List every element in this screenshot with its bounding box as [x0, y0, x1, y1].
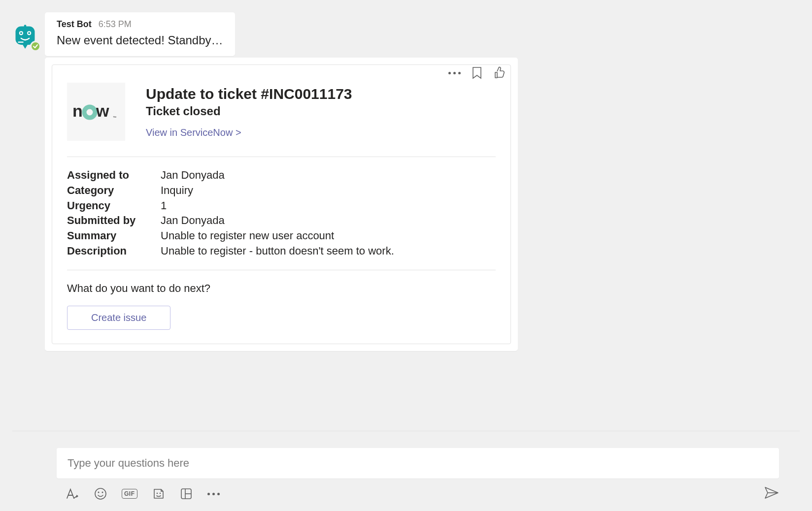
bot-avatar[interactable]: [12, 23, 38, 49]
field-value: 1: [161, 198, 167, 214]
card-fields: Assigned to Jan Donyada Category Inquiry…: [67, 157, 496, 270]
field-value: Inquiry: [161, 183, 193, 198]
field-label: Summary: [67, 228, 161, 244]
sticker-button[interactable]: [152, 486, 165, 501]
ellipsis-icon: [207, 493, 220, 495]
message-bubble[interactable]: Test Bot 6:53 PM New event detected! Sta…: [45, 12, 235, 56]
field-row: Assigned to Jan Donyada: [67, 168, 496, 183]
message-row: Test Bot 6:53 PM New event detected! Sta…: [12, 12, 800, 351]
svg-point-11: [98, 492, 100, 493]
sticker-icon: [152, 487, 165, 500]
now-logo-icon: n w ™: [72, 102, 120, 122]
card-subtitle: Ticket closed: [146, 104, 352, 118]
svg-text:w: w: [96, 102, 109, 120]
field-label: Category: [67, 183, 161, 198]
svg-point-13: [156, 493, 158, 494]
app-grid-icon: [180, 487, 193, 500]
svg-point-12: [102, 492, 103, 493]
message-input[interactable]: [57, 448, 779, 479]
field-value: Unable to register new user account: [161, 228, 334, 244]
field-value: Jan Donyada: [161, 168, 225, 183]
adaptive-card: n w ™ Update to ticket #INC0011173 Ticke…: [45, 58, 518, 351]
svg-point-3: [20, 32, 22, 34]
emoji-icon: [94, 487, 107, 500]
send-button[interactable]: [764, 486, 779, 501]
format-button[interactable]: [66, 486, 79, 501]
emoji-button[interactable]: [94, 486, 107, 501]
svg-point-4: [28, 32, 30, 34]
checkmark-icon: [33, 43, 38, 49]
more-options-button[interactable]: [448, 72, 461, 74]
like-button[interactable]: [493, 66, 506, 79]
thumbs-up-icon: [493, 66, 506, 79]
field-value: Unable to register - button doesn't seem…: [161, 244, 394, 259]
field-label: Urgency: [67, 198, 161, 214]
more-button[interactable]: [207, 486, 220, 501]
field-row: Summary Unable to register new user acco…: [67, 228, 496, 244]
sender-name: Test Bot: [57, 19, 92, 30]
create-issue-button[interactable]: Create issue: [67, 306, 170, 330]
svg-text:n: n: [72, 102, 83, 120]
view-in-servicenow-link[interactable]: View in ServiceNow >: [146, 127, 352, 138]
svg-point-10: [95, 488, 106, 499]
svg-point-14: [159, 493, 161, 494]
svg-point-0: [24, 25, 27, 27]
gif-icon: GIF: [122, 489, 137, 499]
composer: GIF: [12, 431, 800, 511]
send-icon: [764, 486, 779, 499]
svg-point-7: [84, 107, 95, 118]
field-row: Description Unable to register - button …: [67, 244, 496, 259]
field-value: Jan Donyada: [161, 213, 225, 228]
message-preview: New event detected! Standby…: [57, 33, 223, 47]
svg-text:™: ™: [113, 116, 116, 119]
svg-rect-5: [18, 41, 23, 42]
ellipsis-icon: [448, 72, 461, 74]
app-button[interactable]: [180, 486, 193, 501]
card-prompt: What do you want to do next?: [67, 270, 496, 306]
gif-button[interactable]: GIF: [122, 486, 137, 501]
field-row: Submitted by Jan Donyada: [67, 213, 496, 228]
format-icon: [66, 487, 79, 500]
servicenow-logo: n w ™: [67, 83, 125, 141]
bookmark-button[interactable]: [472, 66, 482, 79]
field-label: Assigned to: [67, 168, 161, 183]
field-row: Urgency 1: [67, 198, 496, 214]
field-label: Submitted by: [67, 213, 161, 228]
field-row: Category Inquiry: [67, 183, 496, 198]
card-title: Update to ticket #INC0011173: [146, 86, 352, 102]
message-time: 6:53 PM: [99, 19, 132, 30]
field-label: Description: [67, 244, 161, 259]
presence-badge: [30, 41, 41, 52]
bookmark-icon: [472, 66, 482, 79]
